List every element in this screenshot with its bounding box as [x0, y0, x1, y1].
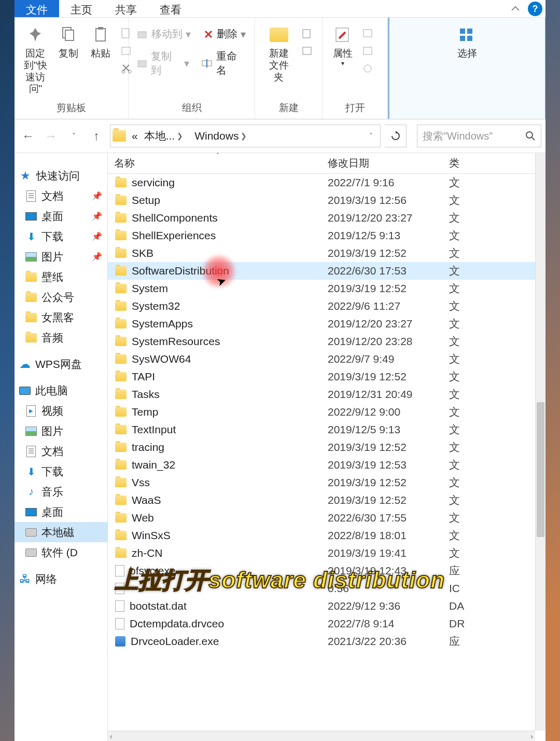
paste-button[interactable]: 粘贴 — [85, 22, 117, 62]
sidebar-pc-item[interactable]: 文档 — [15, 441, 107, 461]
sidebar-quick-item[interactable]: 图片📌 — [15, 246, 107, 267]
tab-view[interactable]: 查看 — [148, 0, 193, 17]
delete-icon — [203, 29, 214, 39]
sidebar-pc-item[interactable]: 图片 — [15, 421, 107, 441]
edit-button[interactable] — [359, 43, 379, 59]
file-row[interactable]: 0:56IC — [108, 580, 545, 597]
open-button[interactable] — [359, 25, 379, 42]
sidebar-quick-access[interactable]: ★ 快速访问 — [15, 166, 107, 186]
new-item-button[interactable] — [298, 25, 318, 42]
sidebar-quick-item[interactable]: 音频 — [15, 327, 107, 348]
up-button[interactable]: ↑ — [87, 127, 106, 145]
search-box[interactable]: 搜索"Windows" — [417, 125, 541, 147]
file-row[interactable]: ShellExperiences2019/12/5 9:13文 — [108, 227, 545, 244]
sidebar-this-pc[interactable]: 此电脑 — [15, 380, 107, 401]
breadcrumb-ellipsis[interactable]: « — [129, 130, 141, 142]
vertical-scrollbar[interactable] — [535, 153, 545, 731]
file-row[interactable]: Temp2022/9/12 9:00文 — [108, 403, 545, 421]
sidebar-quick-item[interactable]: 文档📌 — [15, 186, 107, 206]
sidebar-pc-item[interactable]: ♪音乐 — [15, 482, 107, 502]
sidebar-quick-item[interactable]: 桌面📌 — [15, 206, 107, 226]
file-name: zh-CN — [132, 547, 163, 559]
easy-access-button[interactable] — [298, 43, 318, 59]
folder-icon — [115, 548, 127, 558]
sidebar-wps[interactable]: ☁ WPS网盘 — [15, 354, 107, 374]
sidebar-pc-item[interactable]: 视频 — [15, 401, 107, 421]
sidebar-quick-item[interactable]: 女黑客 — [15, 307, 107, 327]
file-row[interactable]: System2019/3/19 12:52文 — [108, 280, 545, 297]
file-row[interactable]: DrvceoLoader.exe2021/3/22 20:36应 — [108, 633, 545, 650]
scrollbar-thumb[interactable] — [537, 402, 544, 537]
file-row[interactable]: zh-CN2019/3/19 19:41文 — [108, 544, 545, 562]
copy-button[interactable]: 复制 — [52, 22, 85, 62]
file-name: DrvceoLoader.exe — [131, 635, 219, 648]
refresh-button[interactable] — [385, 125, 407, 147]
tab-file[interactable]: 文件 — [15, 0, 59, 17]
file-row[interactable]: Web2022/6/30 17:55文 — [108, 509, 545, 527]
move-to-button[interactable]: 移动到▾ — [133, 24, 195, 44]
ribbon-group-organize: 移动到▾ 删除▾ 复制到▾ 重命名 — [129, 18, 255, 119]
sidebar-quick-item[interactable]: 公众号 — [15, 287, 107, 307]
recent-dropdown[interactable]: ˅ — [64, 127, 83, 145]
header-date[interactable]: 修改日期 — [328, 156, 449, 170]
history-button[interactable] — [359, 60, 379, 77]
file-row[interactable]: Tasks2019/12/31 20:49文 — [108, 386, 545, 403]
file-row[interactable]: ShellComponents2019/12/20 23:27文 — [108, 209, 545, 227]
tab-share[interactable]: 共享 — [104, 0, 148, 17]
file-row[interactable]: SysWOW642022/9/7 9:49文 — [108, 350, 545, 368]
file-row[interactable]: SoftwareDistribution2022/6/30 17:53文 — [108, 262, 545, 280]
file-row[interactable]: twain_322019/3/19 12:53文 — [108, 456, 545, 474]
rename-icon — [202, 58, 213, 68]
header-name[interactable]: ˄名称 — [108, 156, 328, 170]
rename-button[interactable]: 重命名 — [198, 46, 250, 80]
file-row[interactable]: Setup2019/3/19 12:56文 — [108, 191, 545, 209]
copy-to-button[interactable]: 复制到▾ — [133, 46, 193, 80]
file-row[interactable]: Dctempdata.drvceo2022/7/8 9:14DR — [108, 615, 545, 633]
help-button[interactable]: ? — [528, 2, 542, 16]
scroll-left-icon[interactable]: ‹ — [110, 732, 113, 740]
file-row[interactable]: TextInput2019/12/5 9:13文 — [108, 421, 545, 438]
horizontal-scrollbar[interactable]: ‹ › — [108, 731, 535, 741]
file-row[interactable]: bfsvc.exe2019/3/19 12:43应 — [108, 562, 545, 580]
file-type: IC — [449, 582, 545, 595]
file-row[interactable]: System322022/9/6 11:27文 — [108, 297, 545, 315]
ribbon-label-open: 打开 — [323, 99, 387, 118]
sidebar-network[interactable]: 🖧 网络 — [15, 569, 107, 589]
file-list[interactable]: ➤ servicing2022/7/1 9:16文Setup2019/3/19 … — [108, 174, 545, 741]
file-row[interactable]: bootstat.dat2022/9/12 9:36DA — [108, 597, 545, 615]
breadcrumb-local[interactable]: 本地...❯ — [141, 129, 192, 143]
header-type[interactable]: 类 — [449, 156, 545, 170]
new-folder-button[interactable]: 新建 文件夹 — [259, 22, 298, 85]
file-name: SystemApps — [132, 318, 193, 330]
sidebar-pc-item[interactable]: ⬇下载 — [15, 461, 107, 482]
ribbon-collapse-button[interactable] — [506, 0, 525, 17]
svg-rect-12 — [303, 30, 310, 38]
properties-button[interactable]: 属性▾ — [327, 22, 359, 69]
delete-button[interactable]: 删除▾ — [199, 24, 250, 44]
forward-button[interactable]: → — [41, 127, 60, 145]
file-row[interactable]: servicing2022/7/1 9:16文 — [108, 174, 545, 191]
file-row[interactable]: SKB2019/3/19 12:52文 — [108, 244, 545, 262]
file-row[interactable]: WaaS2019/3/19 12:52文 — [108, 491, 545, 509]
file-row[interactable]: WinSxS2022/8/19 18:01文 — [108, 527, 545, 544]
file-row[interactable]: tracing2019/3/19 12:52文 — [108, 438, 545, 456]
file-row[interactable]: Vss2019/3/19 12:52文 — [108, 474, 545, 491]
pin-quick-access-button[interactable]: 固定到"快 速访问" — [19, 22, 52, 97]
address-dropdown[interactable]: ˅ — [367, 132, 378, 140]
file-row[interactable]: SystemResources2019/12/20 23:28文 — [108, 333, 545, 350]
sidebar-pc-item[interactable]: 软件 (D — [15, 542, 107, 562]
scroll-right-icon[interactable]: › — [530, 732, 533, 740]
svg-rect-20 — [460, 36, 465, 41]
breadcrumb-windows[interactable]: Windows❯ — [191, 130, 255, 142]
sidebar-pc-item[interactable]: 本地磁 — [15, 522, 107, 542]
sidebar-quick-item[interactable]: ⬇下载📌 — [15, 226, 107, 246]
address-bar[interactable]: « 本地...❯ Windows❯ ˅ — [110, 125, 381, 147]
back-button[interactable]: ← — [19, 127, 37, 145]
sidebar-quick-item[interactable]: 壁纸 — [15, 267, 107, 287]
select-button[interactable]: 选择 — [451, 22, 483, 62]
file-row[interactable]: SystemApps2019/12/20 23:27文 — [108, 315, 545, 333]
sidebar-pc-item[interactable]: 桌面 — [15, 502, 107, 522]
tab-home[interactable]: 主页 — [59, 0, 104, 17]
folder-icon — [115, 231, 127, 240]
file-row[interactable]: TAPI2019/3/19 12:52文 — [108, 368, 545, 386]
